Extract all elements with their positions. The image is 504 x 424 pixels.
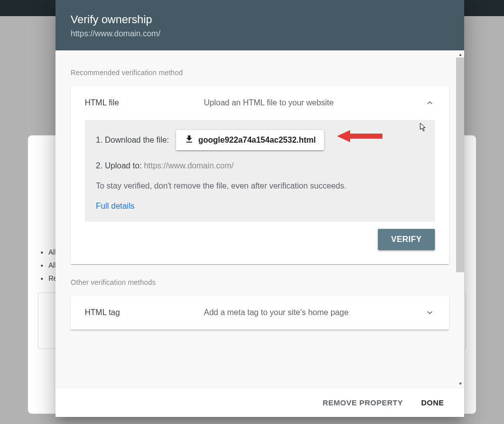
- dialog-title: Verify ownership: [71, 13, 449, 26]
- dialog-header: Verify ownership https://www.domain.com/: [55, 0, 464, 50]
- dialog-footer: REMOVE PROPERTY DONE: [55, 388, 464, 417]
- verify-button[interactable]: VERIFY: [378, 229, 435, 250]
- html-tag-title: HTML tag: [85, 308, 204, 317]
- html-tag-header[interactable]: HTML tag Add a meta tag to your site's h…: [71, 295, 449, 330]
- remove-property-button[interactable]: REMOVE PROPERTY: [322, 398, 403, 407]
- svg-marker-0: [337, 130, 382, 142]
- dialog-body: ▴ ▾ Recommended verification method HTML…: [55, 50, 464, 388]
- verification-note: To stay verified, don't remove the file,…: [96, 181, 424, 191]
- html-file-header[interactable]: HTML file Upload an HTML file to your we…: [71, 86, 449, 120]
- annotation-arrow-icon: [337, 129, 382, 143]
- html-file-method-card: HTML file Upload an HTML file to your we…: [71, 86, 449, 264]
- html-file-body: 1. Download the file: google922a74a154ac…: [85, 120, 435, 222]
- step-1-label: 1. Download the file:: [96, 136, 169, 145]
- download-file-name: google922a74a154ac2532.html: [198, 136, 316, 145]
- dialog-subtitle: https://www.domain.com/: [71, 29, 449, 38]
- cursor-icon: [420, 123, 427, 132]
- scrollbar-thumb[interactable]: [456, 57, 464, 272]
- chevron-up-icon: [425, 98, 435, 108]
- html-tag-desc: Add a meta tag to your site's home page: [204, 308, 425, 317]
- download-file-button[interactable]: google922a74a154ac2532.html: [176, 130, 324, 150]
- other-methods-label: Other verification methods: [55, 264, 464, 295]
- html-file-title: HTML file: [85, 98, 204, 107]
- html-file-desc: Upload an HTML file to your website: [204, 98, 425, 107]
- done-button[interactable]: DONE: [421, 398, 444, 407]
- step-2-row: 2. Upload to: https://www.domain.com/: [96, 161, 424, 170]
- step-2-prefix: 2. Upload to:: [96, 161, 144, 170]
- scrollbar-down-button[interactable]: ▾: [457, 381, 463, 387]
- chevron-down-icon: [425, 308, 435, 318]
- html-tag-method-card: HTML tag Add a meta tag to your site's h…: [71, 295, 449, 330]
- download-icon: [184, 134, 194, 146]
- step-2-url: https://www.domain.com/: [144, 161, 234, 170]
- full-details-link[interactable]: Full details: [96, 202, 134, 210]
- verify-row: VERIFY: [71, 222, 449, 264]
- recommended-method-label: Recommended verification method: [55, 50, 464, 86]
- scrollbar-up-button[interactable]: ▴: [457, 51, 463, 57]
- verify-ownership-dialog: Verify ownership https://www.domain.com/…: [55, 0, 464, 417]
